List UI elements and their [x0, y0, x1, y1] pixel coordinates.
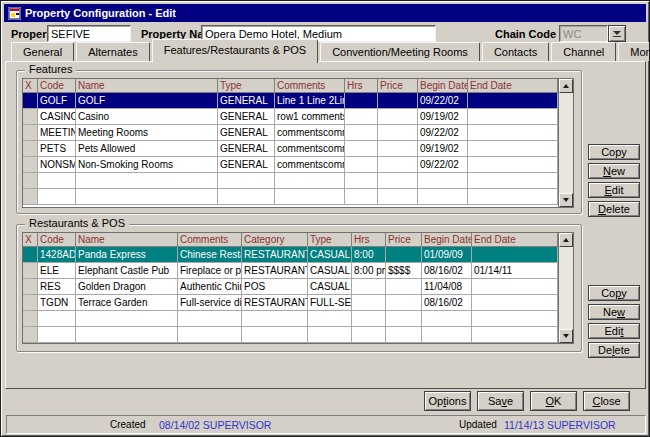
cell-x[interactable] [23, 157, 38, 173]
new-button[interactable]: New [588, 163, 640, 179]
table-row[interactable]: GOLFGOLFGENERALLine 1 Line 2Line09/22/02 [23, 93, 558, 109]
cell-x[interactable] [23, 109, 38, 125]
cell-hrs[interactable] [352, 311, 386, 327]
cell-comments[interactable] [275, 173, 345, 189]
cell-name[interactable] [76, 173, 218, 189]
tab-convention-meeting-rooms[interactable]: Convention/Meeting Rooms [320, 42, 480, 61]
cell-name[interactable]: Meeting Rooms [76, 125, 218, 141]
cell-end_date[interactable]: 01/14/11 [472, 263, 558, 279]
cell-end_date[interactable] [472, 327, 558, 343]
cell-comments[interactable] [178, 327, 242, 343]
cell-type[interactable]: GENERAL [218, 141, 275, 157]
cell-type[interactable] [218, 189, 275, 205]
cell-hrs[interactable] [345, 93, 378, 109]
cell-category[interactable]: POS [242, 279, 308, 295]
cell-name[interactable] [76, 327, 178, 343]
cell-price[interactable] [386, 311, 422, 327]
cell-comments[interactable]: Authentic Chines [178, 279, 242, 295]
cell-begin_date[interactable]: 08/16/02 [422, 263, 472, 279]
cell-x[interactable] [23, 125, 38, 141]
cell-end_date[interactable] [472, 311, 558, 327]
cell-x[interactable] [23, 311, 38, 327]
cell-code[interactable]: PETS [38, 141, 76, 157]
cell-type[interactable]: CASUAL D [308, 263, 352, 279]
cell-category[interactable]: RESTAURANT [242, 263, 308, 279]
cell-end_date[interactable] [468, 141, 558, 157]
cell-type[interactable]: GENERAL [218, 125, 275, 141]
cell-type[interactable] [308, 311, 352, 327]
tab-channel[interactable]: Channel [551, 42, 616, 61]
cell-begin_date[interactable]: 09/19/02 [418, 109, 468, 125]
cell-code[interactable] [38, 189, 76, 205]
cell-end_date[interactable] [468, 189, 558, 205]
table-row[interactable]: CASINOCasinoGENERALrow1 comments o09/19/… [23, 109, 558, 125]
save-button[interactable]: Save [477, 391, 524, 411]
close-button[interactable]: Close [583, 391, 630, 411]
cell-name[interactable]: Terrace Garden [76, 295, 178, 311]
cell-end_date[interactable] [468, 157, 558, 173]
table-row[interactable]: ELEElephant Castle PubFireplace or patRE… [23, 263, 558, 279]
cell-type[interactable]: CASUAL [308, 247, 352, 263]
cell-x[interactable] [23, 93, 38, 109]
cell-comments[interactable]: commentscomme [275, 125, 345, 141]
cell-name[interactable]: Panda Express [76, 247, 178, 263]
cell-code[interactable]: RES [38, 279, 76, 295]
table-row[interactable] [23, 311, 558, 327]
cell-type[interactable]: GENERAL [218, 93, 275, 109]
table-row[interactable]: RESGolden DragonAuthentic ChinesPOSCASUA… [23, 279, 558, 295]
cell-code[interactable]: TGDN [38, 295, 76, 311]
cell-x[interactable] [23, 279, 38, 295]
scroll-up-button[interactable] [559, 233, 573, 247]
copy-button[interactable]: Copy [588, 144, 640, 160]
cell-begin_date[interactable]: 09/22/02 [418, 93, 468, 109]
delete-button[interactable]: Delete [588, 201, 640, 217]
tab-general[interactable]: General [11, 42, 74, 61]
table-row[interactable]: NONSMKNon-Smoking RoomsGENERALcommentsco… [23, 157, 558, 173]
cell-category[interactable]: RESTAURANT [242, 295, 308, 311]
cell-begin_date[interactable]: 09/22/02 [418, 157, 468, 173]
cell-price[interactable] [378, 109, 418, 125]
scroll-down-button[interactable] [559, 329, 573, 343]
cell-end_date[interactable] [472, 247, 558, 263]
cell-comments[interactable]: row1 comments o [275, 109, 345, 125]
options-button[interactable]: Options [424, 391, 471, 411]
cell-end_date[interactable] [472, 295, 558, 311]
cell-price[interactable] [378, 189, 418, 205]
cell-name[interactable]: Non-Smoking Rooms [76, 157, 218, 173]
cell-name[interactable]: GOLF [76, 93, 218, 109]
cell-name[interactable]: Casino [76, 109, 218, 125]
cell-x[interactable] [23, 173, 38, 189]
restaurants-scrollbar[interactable] [559, 232, 574, 344]
title-bar[interactable]: Property Configuration - Edit [4, 4, 646, 22]
cell-comments[interactable] [275, 189, 345, 205]
cell-hrs[interactable] [352, 279, 386, 295]
cell-begin_date[interactable]: 09/19/02 [418, 141, 468, 157]
edit-button[interactable]: Edit [588, 182, 640, 198]
table-row[interactable] [23, 173, 558, 189]
cell-hrs[interactable] [345, 109, 378, 125]
features-scrollbar[interactable] [559, 78, 574, 208]
cell-type[interactable]: GENERAL [218, 157, 275, 173]
cell-x[interactable] [23, 189, 38, 205]
cell-price[interactable] [386, 327, 422, 343]
cell-comments[interactable]: Line 1 Line 2Line [275, 93, 345, 109]
scroll-up-button[interactable] [559, 79, 573, 93]
cell-hrs[interactable]: 8:00 [352, 247, 386, 263]
cell-end_date[interactable] [468, 125, 558, 141]
cell-x[interactable] [23, 327, 38, 343]
cell-name[interactable] [76, 189, 218, 205]
cell-category[interactable]: RESTAURANT [242, 247, 308, 263]
cell-code[interactable] [38, 327, 76, 343]
cell-begin_date[interactable]: 11/04/08 [422, 279, 472, 295]
cell-code[interactable]: MEETING [38, 125, 76, 141]
cell-price[interactable] [378, 157, 418, 173]
cell-code[interactable]: 1428AD [38, 247, 76, 263]
cell-hrs[interactable] [345, 173, 378, 189]
cell-type[interactable]: FULL-SER [308, 295, 352, 311]
cell-hrs[interactable] [345, 157, 378, 173]
cell-comments[interactable]: Full-service dinin [178, 295, 242, 311]
cell-code[interactable]: CASINO [38, 109, 76, 125]
cell-comments[interactable]: Chinese Restau [178, 247, 242, 263]
cell-category[interactable] [242, 311, 308, 327]
cell-name[interactable]: Golden Dragon [76, 279, 178, 295]
